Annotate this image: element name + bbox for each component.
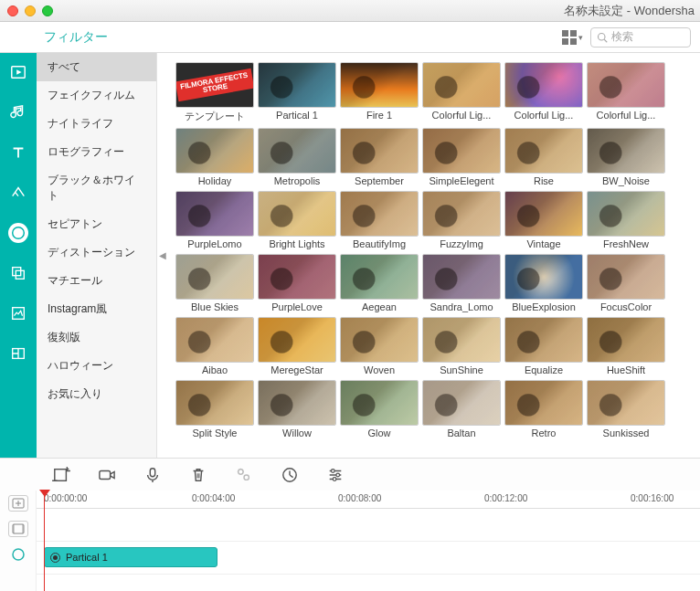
filter-thumbnail — [504, 254, 583, 300]
filter-card[interactable]: FuzzyImg — [422, 191, 501, 249]
filter-card[interactable]: Willow — [258, 380, 336, 438]
filter-card[interactable]: Glow — [340, 380, 419, 438]
filter-card[interactable]: Colorful Lig... — [422, 62, 501, 123]
text-icon[interactable] — [8, 142, 28, 163]
filter-card[interactable]: FocusColor — [587, 254, 665, 312]
filter-card[interactable]: Retro — [504, 380, 583, 438]
filter-card[interactable]: Vintage — [504, 191, 583, 249]
filter-card[interactable]: Blue Skies — [175, 254, 254, 312]
category-item[interactable]: ハロウィーン — [37, 352, 156, 380]
filter-card[interactable]: Bright Lights — [258, 191, 336, 249]
filter-card[interactable]: Colorful Lig... — [504, 62, 583, 123]
music-icon[interactable] — [8, 102, 28, 122]
filter-card[interactable]: September — [340, 128, 419, 186]
category-item[interactable]: すべて — [37, 53, 156, 81]
filter-label: BlueExplosion — [504, 301, 583, 312]
filter-label: BW_Noise — [587, 175, 665, 186]
overlays-icon[interactable] — [8, 263, 28, 283]
category-item[interactable]: ディストーション — [37, 238, 156, 267]
filter-label: BeautifyImg — [340, 238, 419, 249]
filter-card[interactable]: Partical 1 — [258, 62, 336, 123]
filter-label: Holiday — [175, 175, 254, 186]
filter-thumbnail — [504, 128, 583, 174]
filter-card[interactable]: Sunkissed — [587, 380, 665, 438]
filter-card[interactable]: BeautifyImg — [340, 191, 419, 249]
transitions-icon[interactable] — [8, 183, 28, 203]
delete-tool[interactable] — [188, 465, 208, 485]
category-item[interactable]: セピアトン — [37, 210, 156, 238]
svg-line-1 — [604, 39, 607, 42]
filter-card[interactable]: SimpleElegent — [422, 128, 501, 186]
filter-card[interactable]: FreshNew — [587, 191, 665, 249]
filter-card[interactable]: PurpleLomo — [175, 191, 254, 249]
media-icon[interactable] — [8, 62, 28, 82]
filter-card[interactable]: Holiday — [175, 128, 254, 186]
view-mode-toggle[interactable]: ▾ — [562, 30, 583, 45]
timeline-ruler[interactable]: 0:00:00:000:00:04:000:00:08:000:00:12:00… — [37, 491, 700, 509]
filter-card[interactable]: Aibao — [175, 317, 254, 375]
category-item[interactable]: ブラック＆ホワイト — [37, 166, 156, 210]
playhead[interactable] — [44, 491, 45, 591]
category-item[interactable]: マチエール — [37, 267, 156, 295]
filter-label: Partical 1 — [258, 110, 336, 121]
category-item[interactable]: Instagram風 — [37, 295, 156, 323]
timeline-body[interactable]: 0:00:00:000:00:04:000:00:08:000:00:12:00… — [37, 491, 700, 591]
filter-card[interactable]: MeregeStar — [258, 317, 336, 375]
ruler-tick: 0:00:16:00 — [631, 493, 673, 503]
filter-card[interactable]: HueShift — [587, 317, 665, 375]
svg-rect-19 — [13, 524, 15, 533]
splitscreen-icon[interactable] — [8, 343, 28, 364]
filter-card[interactable]: BW_Noise — [587, 128, 665, 186]
filter-label: HueShift — [587, 364, 665, 375]
filter-card[interactable]: Aegean — [340, 254, 419, 312]
category-item[interactable]: ナイトライフ — [37, 110, 156, 138]
category-item[interactable]: ロモグラフィー — [37, 138, 156, 166]
filter-thumbnail — [587, 128, 665, 174]
elements-icon[interactable] — [8, 303, 28, 323]
filter-card[interactable]: FILMORA EFFECTS STOREテンプレート — [175, 62, 254, 123]
filter-thumbnail — [340, 62, 419, 108]
filter-thumbnail — [422, 128, 501, 174]
filter-card[interactable]: BlueExplosion — [504, 254, 583, 312]
filter-card[interactable]: Fire 1 — [340, 62, 419, 123]
svg-rect-4 — [13, 268, 21, 276]
category-item[interactable]: お気に入り — [37, 380, 156, 408]
record-tool[interactable] — [97, 465, 117, 485]
voiceover-tool[interactable] — [143, 465, 163, 485]
filter-label: Aibao — [175, 364, 254, 375]
filter-card[interactable]: PurpleLove — [258, 254, 336, 312]
filter-thumbnail — [175, 191, 254, 237]
filter-card[interactable]: Metropolis — [258, 128, 336, 186]
category-item[interactable]: フェイクフィルム — [37, 81, 156, 110]
svg-point-16 — [333, 477, 336, 480]
collapse-sidebar-button[interactable]: ◀ — [157, 53, 168, 458]
filter-card[interactable]: Baltan — [422, 380, 501, 438]
tune-tool[interactable] — [325, 465, 345, 485]
settings-tool[interactable] — [234, 465, 254, 485]
svg-point-21 — [13, 549, 24, 560]
add-track-icon[interactable] — [8, 495, 28, 512]
video-track-icon[interactable] — [8, 521, 28, 537]
filter-card[interactable]: Colorful Lig... — [587, 62, 665, 123]
filters-icon[interactable] — [8, 223, 28, 243]
filter-gallery[interactable]: FILMORA EFFECTS STOREテンプレートPartical 1Fir… — [168, 53, 700, 458]
search-input[interactable]: 検索 — [590, 27, 691, 47]
filter-label: Sunkissed — [587, 427, 665, 438]
effects-track-icon[interactable] — [8, 546, 28, 563]
crop-tool[interactable] — [51, 465, 71, 485]
filter-thumbnail — [340, 128, 419, 174]
filter-card[interactable]: SunShine — [422, 317, 501, 375]
filter-card[interactable]: Sandra_Lomo — [422, 254, 501, 312]
timeline-clip[interactable]: Partical 1 — [44, 547, 217, 567]
filter-card[interactable]: Rise — [504, 128, 583, 186]
effects-track[interactable]: Partical 1 — [37, 542, 700, 575]
category-item[interactable]: 復刻版 — [37, 323, 156, 352]
video-track[interactable] — [37, 509, 700, 542]
filter-card[interactable]: Woven — [340, 317, 419, 375]
filter-thumbnail — [504, 191, 583, 237]
svg-point-14 — [332, 469, 335, 472]
filter-card[interactable]: Equalize — [504, 317, 583, 375]
speed-tool[interactable] — [280, 465, 300, 485]
filter-card[interactable]: Split Style — [175, 380, 254, 438]
svg-rect-20 — [22, 524, 24, 533]
